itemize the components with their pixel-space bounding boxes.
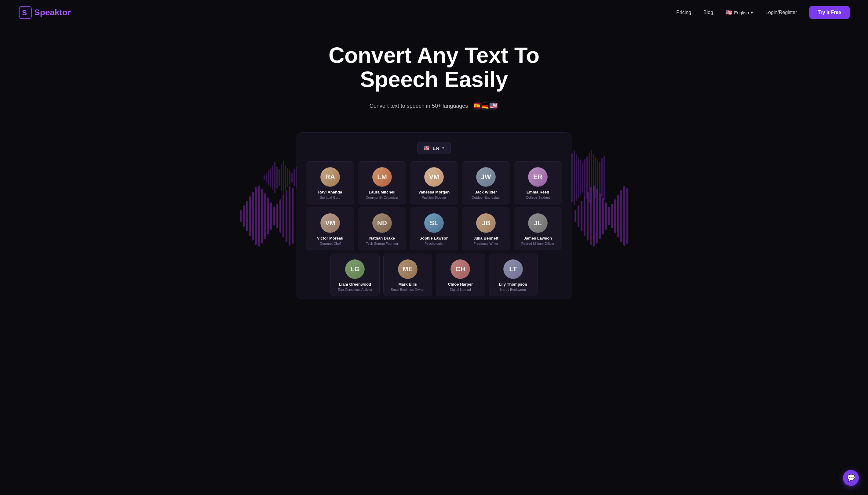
voice-card-chloe-harper[interactable]: CHChloe HarperDigital Nomad: [436, 254, 485, 296]
hero-section: Convert Any Text To Speech Easily Conver…: [0, 25, 868, 120]
lang-label: English: [734, 10, 749, 15]
voice-grid-row1: RARavi AnandaSpiritual GuruLMLaura Mitch…: [306, 161, 562, 204]
logo[interactable]: S Speaktor: [18, 5, 71, 19]
voice-card-nathan-drake[interactable]: NDNathan DrakeTech Startup Founder: [358, 207, 406, 250]
try-it-free-button[interactable]: Try It Free: [809, 6, 850, 19]
voice-role: Psychologist: [424, 242, 444, 245]
voice-role: Freelance Writer: [473, 242, 498, 245]
voice-role: Gourmet Chef: [319, 242, 340, 245]
voice-card-vanessa-morgan[interactable]: VMVanessa MorganFashion Blogger: [410, 161, 458, 204]
voice-name: Lily Thompson: [499, 282, 527, 287]
voice-grid-row3: LGLiam GreenwoodEco-Conscious ActivistME…: [306, 254, 562, 296]
voice-role: College Student: [526, 195, 550, 199]
voice-name: Chloe Harper: [448, 282, 473, 287]
logo-label: Speaktor: [34, 7, 71, 17]
voice-role: Tech Startup Founder: [366, 242, 398, 245]
voice-role: Retired Military Officer: [521, 242, 555, 245]
voice-role: Nerdy Bookworm: [500, 288, 526, 291]
voice-name: Vanessa Morgan: [418, 190, 450, 194]
app-lang-dropdown: 🇺🇸 EN ▾: [306, 142, 562, 154]
voice-card-julia-bennett[interactable]: JBJulia BennettFreelance Writer: [462, 207, 510, 250]
voice-name: Ravi Ananda: [318, 190, 342, 194]
dropdown-chevron-icon: ▾: [442, 146, 444, 150]
voice-role: Eco-Conscious Activist: [338, 288, 372, 291]
voice-name: Liam Greenwood: [339, 282, 371, 287]
voice-role: Community Organizer: [366, 195, 399, 199]
voice-name: Victor Moreau: [317, 236, 343, 240]
voice-name: James Lawson: [524, 236, 552, 240]
voice-name: Mark Ellis: [398, 282, 417, 287]
svg-text:S: S: [22, 8, 27, 17]
voice-role: Spiritual Guru: [320, 195, 340, 199]
app-lang-code: EN: [433, 146, 439, 151]
right-waveform: [571, 133, 631, 300]
login-register-link[interactable]: Login/Register: [765, 10, 797, 15]
voice-card-victor-moreau[interactable]: VMVictor MoreauGourmet Chef: [306, 207, 354, 250]
voice-role: Fashion Blogger: [422, 195, 446, 199]
voice-grid-row2: VMVictor MoreauGourmet ChefNDNathan Drak…: [306, 207, 562, 250]
voice-card-liam-greenwood[interactable]: LGLiam GreenwoodEco-Conscious Activist: [331, 254, 380, 296]
app-preview-wrapper: 🇺🇸 EN ▾ RARavi AnandaSpiritual GuruLMLau…: [0, 133, 868, 300]
voice-name: Emma Reed: [527, 190, 549, 194]
nav-blog[interactable]: Blog: [703, 10, 713, 15]
chat-button[interactable]: 💬: [843, 470, 859, 486]
voice-role: Small Business Owner: [390, 288, 424, 291]
app-lang-flag: 🇺🇸: [424, 145, 430, 151]
chat-icon: 💬: [847, 474, 855, 482]
voice-name: Laura Mitchell: [369, 190, 395, 194]
nav-links: Pricing Blog 🇺🇸 English ▾ Login/Register…: [676, 6, 850, 19]
chevron-down-icon: ▾: [751, 10, 753, 15]
app-preview: 🇺🇸 EN ▾ RARavi AnandaSpiritual GuruLMLau…: [297, 133, 571, 300]
voice-card-sophie-lawson[interactable]: SLSophie LawsonPsychologist: [410, 207, 458, 250]
voice-card-james-lawson[interactable]: JLJames LawsonRetired Military Officer: [514, 207, 562, 250]
lang-drop-button[interactable]: 🇺🇸 EN ▾: [418, 142, 450, 154]
language-selector[interactable]: 🇺🇸 English ▾: [725, 9, 753, 16]
voice-card-laura-mitchell[interactable]: LMLaura MitchellCommunity Organizer: [358, 161, 406, 204]
voice-name: Jack Wilder: [475, 190, 497, 194]
left-waveform: [237, 133, 297, 300]
voice-card-emma-reed[interactable]: EREmma ReedCollege Student: [514, 161, 562, 204]
voice-role: Outdoor Enthusiast: [471, 195, 500, 199]
navbar: S Speaktor Pricing Blog 🇺🇸 English ▾ Log…: [0, 0, 868, 25]
lang-flag: 🇺🇸: [725, 9, 732, 16]
nav-pricing[interactable]: Pricing: [676, 10, 691, 15]
voice-card-ravi-ananda[interactable]: RARavi AnandaSpiritual Guru: [306, 161, 354, 204]
voice-role: Digital Nomad: [450, 288, 471, 291]
hero-title: Convert Any Text To Speech Easily: [297, 43, 571, 91]
voice-card-lily-thompson[interactable]: LTLily ThompsonNerdy Bookworm: [489, 254, 538, 296]
voice-name: Sophie Lawson: [419, 236, 448, 240]
voice-name: Nathan Drake: [369, 236, 395, 240]
voice-card-jack-wilder[interactable]: JWJack WilderOutdoor Enthusiast: [462, 161, 510, 204]
voice-name: Julia Bennett: [473, 236, 498, 240]
voice-card-mark-ellis[interactable]: MEMark EllisSmall Business Owner: [383, 254, 433, 296]
